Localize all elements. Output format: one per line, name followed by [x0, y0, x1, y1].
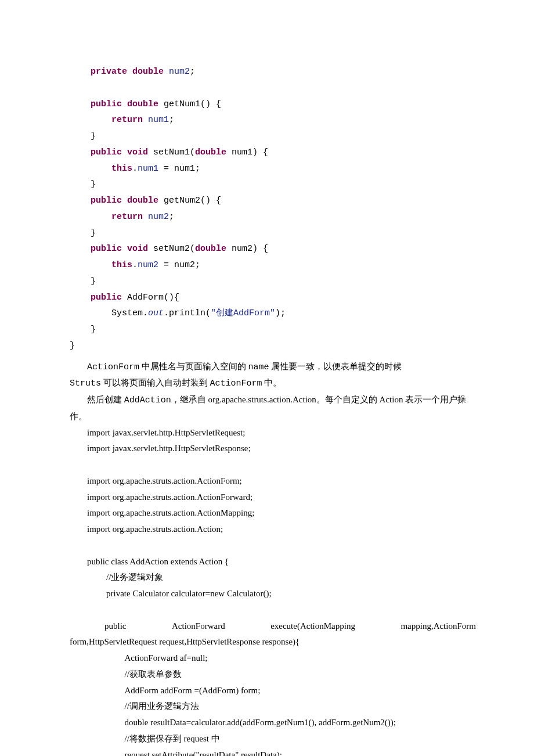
- assign-num1: = num1;: [158, 164, 200, 174]
- keyword-double: double: [127, 99, 158, 109]
- document-page: private double num2; public double getNu…: [0, 0, 534, 756]
- keyword-double: double: [195, 147, 226, 157]
- assign-num2: = num2;: [158, 260, 200, 270]
- brace-close: }: [91, 276, 96, 286]
- method-signature-line2: form,HttpServletRequest request,HttpServ…: [70, 634, 476, 650]
- text: 属性要一致，以便表单提交的时候: [269, 362, 402, 371]
- keyword-return: return: [111, 212, 143, 222]
- return-type: ActionForward: [172, 618, 225, 635]
- text: 中。: [262, 378, 282, 387]
- import-line: import javax.servlet.http.HttpServletReq…: [70, 425, 476, 441]
- println-close: );: [275, 308, 286, 318]
- term-name: name: [248, 362, 269, 372]
- system-out: out: [148, 308, 164, 318]
- system-class: System.: [111, 308, 148, 318]
- term-actionform2: ActionForm: [210, 379, 262, 388]
- blank-line: [70, 538, 476, 554]
- term-struts: Struts: [70, 379, 101, 388]
- comment-line: //获取表单参数: [70, 667, 476, 683]
- brace-close: }: [91, 325, 96, 334]
- class-decl: public class AddAction extends Action {: [70, 554, 476, 570]
- keyword-public: public: [91, 293, 122, 303]
- field-num2-ref: num2: [138, 260, 158, 270]
- term-addaction: AddAction: [124, 395, 171, 405]
- term-actionform: ActionForm: [87, 362, 139, 372]
- field-num2: num2: [169, 67, 190, 77]
- semicolon: ;: [190, 67, 195, 77]
- param-num1: num1) {: [226, 147, 268, 157]
- method-signature-line1: public ActionForward execute(ActionMappi…: [70, 618, 476, 635]
- prose-paragraph-1: ActionForm 中属性名与页面输入空间的 name 属性要一致，以便表单提…: [70, 359, 476, 393]
- text: 可以将页面输入自动封装到: [101, 378, 210, 387]
- dot: .: [132, 260, 138, 270]
- brace-close: }: [91, 131, 96, 141]
- method-getnum2: getNum2() {: [158, 196, 221, 206]
- class-brace-close: }: [70, 341, 75, 351]
- stmt-resultdata: double resultData=calculator.add(addForm…: [70, 715, 476, 731]
- string-literal: "创建AddForm": [211, 308, 275, 318]
- method-getnum1: getNum1() {: [158, 99, 221, 109]
- stmt-setattribute: request.setAttribute("resultData",result…: [70, 747, 476, 757]
- keyword-public: public: [104, 618, 127, 635]
- keyword-public: public: [91, 99, 122, 109]
- text: 中属性名与页面输入空间的: [139, 362, 248, 371]
- param: mapping,ActionForm: [400, 618, 476, 635]
- import-line: import org.apache.struts.action.ActionFo…: [70, 473, 476, 489]
- constructor-addform: AddForm(){: [122, 293, 179, 303]
- keyword-double: double: [195, 244, 226, 254]
- keyword-this: this: [111, 260, 132, 270]
- keyword-public: public: [91, 244, 122, 254]
- field-num1: num1: [138, 164, 158, 174]
- keyword-double: double: [127, 196, 158, 206]
- prose-paragraph-2: 然后创建 AddAction，继承自 org.apache.struts.act…: [70, 392, 476, 425]
- method-setnum1-open: setNum1(: [148, 147, 195, 157]
- method-setnum2-open: setNum2(: [148, 244, 195, 254]
- method-name-open: execute(ActionMapping: [270, 618, 355, 635]
- comment-line: //调用业务逻辑方法: [70, 699, 476, 715]
- comment-line: //将数据保存到 request 中: [70, 731, 476, 747]
- field-decl: private Calculator calculator=new Calcul…: [70, 586, 476, 602]
- keyword-private: private: [91, 67, 127, 77]
- keyword-double: double: [132, 67, 164, 77]
- println-open: .println(: [164, 308, 211, 318]
- text: 然后创建: [87, 395, 124, 404]
- keyword-public: public: [91, 196, 122, 206]
- blank-line: [70, 602, 476, 618]
- java-code-block: private double num2; public double getNu…: [70, 64, 476, 354]
- keyword-public: public: [91, 147, 122, 157]
- import-line: import org.apache.struts.action.ActionMa…: [70, 505, 476, 521]
- import-line: import javax.servlet.http.HttpServletRes…: [70, 441, 476, 457]
- field-ref-num1: num1: [148, 115, 169, 125]
- keyword-return: return: [111, 115, 143, 125]
- brace-close: }: [91, 179, 96, 189]
- semicolon: ;: [169, 115, 174, 125]
- keyword-this: this: [111, 164, 132, 174]
- stmt-addform-cast: AddForm addForm =(AddForm) form;: [70, 683, 476, 699]
- keyword-void: void: [127, 147, 148, 157]
- param-num2: num2) {: [226, 244, 268, 254]
- field-ref-num2: num2: [148, 212, 169, 222]
- import-line: import org.apache.struts.action.Action;: [70, 521, 476, 538]
- dot: .: [132, 164, 138, 174]
- comment-line: //业务逻辑对象: [70, 570, 476, 586]
- brace-close: }: [91, 228, 96, 238]
- import-line: import org.apache.struts.action.ActionFo…: [70, 489, 476, 506]
- keyword-void: void: [127, 244, 148, 254]
- blank-line: [70, 457, 476, 473]
- stmt-af-null: ActionForward af=null;: [70, 650, 476, 667]
- semicolon: ;: [169, 212, 174, 222]
